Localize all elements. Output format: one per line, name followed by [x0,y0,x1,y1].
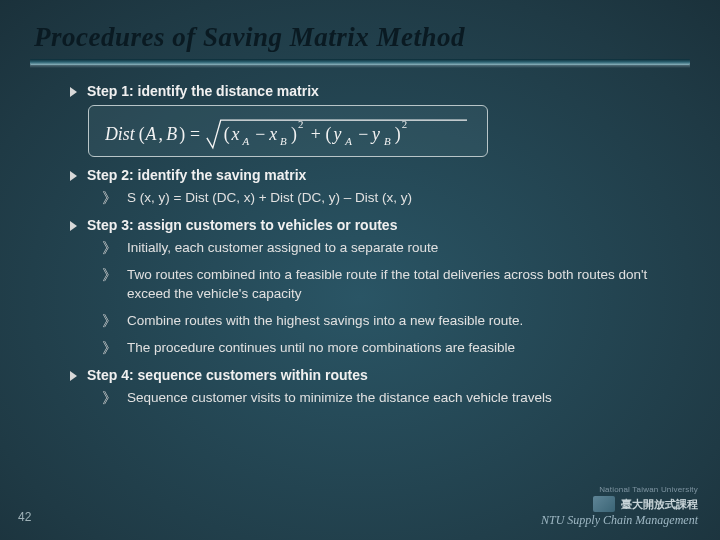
svg-text:(: ( [326,124,332,145]
svg-text:): ) [395,124,401,145]
step-4: Step 4: sequence customers within routes… [70,367,680,407]
distance-formula-box: Dist ( A , B ) = ( x A − x B ) 2 [88,105,488,157]
triangle-bullet-icon [70,221,77,231]
step-3-item-3: Combine routes with the highest savings … [127,312,523,330]
list-item: 》 Two routes combined into a feasible ro… [102,266,680,302]
svg-text:2: 2 [402,118,407,130]
angle-bullet-icon: 》 [102,189,117,207]
triangle-bullet-icon [70,371,77,381]
svg-text:2: 2 [298,118,303,130]
brand-subtitle: NTU Supply Chain Management [541,513,698,528]
svg-text:(: ( [139,124,145,145]
step-4-heading: Step 4: sequence customers within routes [87,367,368,383]
angle-bullet-icon: 》 [102,389,117,407]
step-3: Step 3: assign customers to vehicles or … [70,217,680,357]
step-3-item-2: Two routes combined into a feasible rout… [127,266,680,302]
svg-text:B: B [166,124,177,144]
svg-text:,: , [158,124,162,144]
step-2: Step 2: identify the saving matrix 》 S (… [70,167,680,207]
step-2-heading: Step 2: identify the saving matrix [87,167,306,183]
svg-text:A: A [344,135,352,147]
list-item: 》 The procedure continues until no more … [102,339,680,357]
list-item: 》 Sequence customer visits to minimize t… [102,389,680,407]
page-number: 42 [18,510,31,524]
svg-text:): ) [291,124,297,145]
svg-text:B: B [384,135,391,147]
svg-text:+: + [311,124,321,144]
svg-text:Dist: Dist [105,124,136,144]
svg-text:y: y [370,124,380,144]
svg-text:A: A [241,135,249,147]
triangle-bullet-icon [70,171,77,181]
distance-formula-svg: Dist ( A , B ) = ( x A − x B ) 2 [105,114,471,154]
svg-text:A: A [145,124,157,144]
angle-bullet-icon: 》 [102,239,117,257]
savings-formula-text: S (x, y) = Dist (DC, x) + Dist (DC, y) –… [127,189,412,207]
list-item: 》 S (x, y) = Dist (DC, x) + Dist (DC, y)… [102,189,680,207]
step-1-heading: Step 1: identify the distance matrix [87,83,319,99]
svg-text:B: B [280,135,287,147]
slide-body: Step 1: identify the distance matrix Dis… [0,65,720,408]
angle-bullet-icon: 》 [102,266,117,284]
title-divider [30,59,690,65]
svg-text:−: − [358,124,368,144]
angle-bullet-icon: 》 [102,339,117,357]
svg-text:(: ( [224,124,230,145]
step-3-heading: Step 3: assign customers to vehicles or … [87,217,397,233]
svg-text:=: = [190,124,200,144]
svg-text:−: − [255,124,265,144]
step-1: Step 1: identify the distance matrix Dis… [70,83,680,157]
svg-text:): ) [179,124,185,145]
ntu-logo-icon [593,496,615,512]
triangle-bullet-icon [70,87,77,97]
brand-chinese-text: 臺大開放式課程 [621,497,698,512]
slide-title: Procedures of Saving Matrix Method [0,0,720,59]
svg-text:x: x [231,124,240,144]
svg-text:x: x [268,124,277,144]
svg-text:y: y [332,124,342,144]
list-item: 》 Combine routes with the highest saving… [102,312,680,330]
step-3-item-4: The procedure continues until no more co… [127,339,515,357]
step-3-item-1: Initially, each customer assigned to a s… [127,239,438,257]
angle-bullet-icon: 》 [102,312,117,330]
brand-top-text: National Taiwan University [541,485,698,494]
step-4-item-1: Sequence customer visits to minimize the… [127,389,552,407]
list-item: 》 Initially, each customer assigned to a… [102,239,680,257]
footer-brand: National Taiwan University 臺大開放式課程 NTU S… [541,485,698,528]
